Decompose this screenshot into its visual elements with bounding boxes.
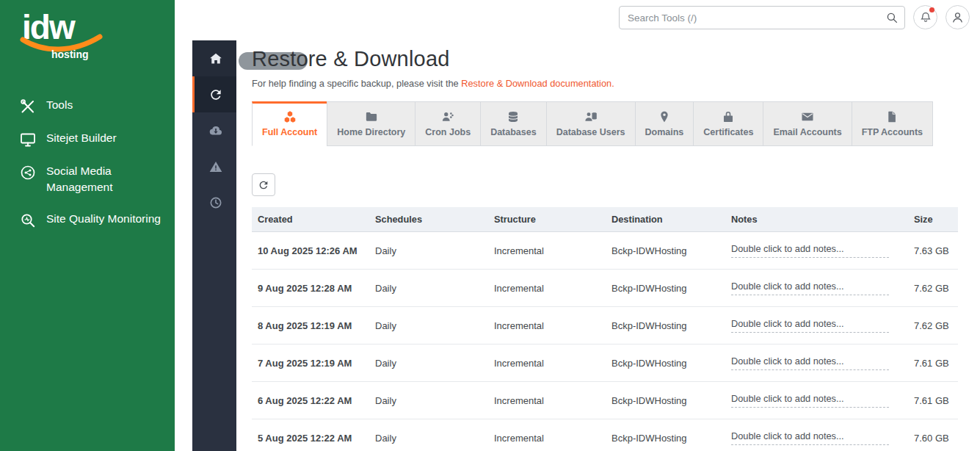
tab-certificates[interactable]: Certificates [693, 101, 763, 146]
schedules-cell: Daily [369, 270, 488, 307]
search-icon[interactable] [885, 11, 899, 24]
sidebar-item-label: Site Quality Monitoring [46, 211, 161, 227]
documentation-link[interactable]: Restore & Download documentation. [461, 78, 614, 89]
structure-cell: Incremental [488, 270, 606, 307]
tab-home-directory[interactable]: Home Directory [327, 101, 415, 146]
notes-cell: Double click to add notes... [725, 344, 908, 382]
notification-dot [929, 7, 934, 12]
sidebar: idw hosting Tools [0, 0, 175, 451]
created-cell: 9 Aug 2025 12:28 AM [252, 270, 369, 307]
notifications-button[interactable] [913, 5, 937, 29]
created-cell: 6 Aug 2025 12:22 AM [252, 382, 369, 419]
topbar [175, 0, 980, 35]
tab-database-users[interactable]: Database Users [546, 101, 636, 146]
envelope-icon [801, 110, 814, 123]
sidebar-nav: Tools Sitejet Builder [0, 79, 175, 237]
sidebar-item-label: Social Media Management [46, 163, 161, 196]
brand-tagline: hosting [51, 48, 89, 60]
notes-cell: Double click to add notes... [725, 307, 908, 344]
help-prefix: For help finding a specific backup, plea… [252, 78, 459, 89]
database-icon [507, 110, 520, 123]
rail-item-backups[interactable] [192, 76, 236, 112]
tab-full-account[interactable]: Full Account [252, 101, 327, 146]
destination-cell: Bckp-IDWHosting [606, 232, 725, 270]
clock-icon [208, 195, 223, 210]
notes-cell: Double click to add notes... [725, 232, 908, 270]
tab-cron-jobs[interactable]: Cron Jobs [415, 101, 481, 146]
tab-ftp-accounts[interactable]: FTP Accounts [852, 101, 933, 146]
tab-label: Domains [645, 127, 684, 137]
notes-placeholder[interactable]: Double click to add notes... [731, 430, 889, 445]
created-cell: 5 Aug 2025 12:22 AM [252, 419, 369, 451]
sidebar-item-sitejet-builder[interactable]: Sitejet Builder [0, 123, 175, 156]
rail-item-alerts[interactable] [192, 148, 236, 184]
tab-label: Certificates [703, 127, 753, 137]
structure-cell: Incremental [488, 344, 606, 382]
notes-placeholder[interactable]: Double click to add notes... [731, 318, 889, 333]
tab-email-accounts[interactable]: Email Accounts [763, 101, 852, 146]
user-gear-icon [441, 110, 454, 123]
sidebar-item-social-media[interactable]: Social Media Management [0, 156, 175, 203]
file-icon [885, 110, 899, 123]
refresh-button[interactable] [252, 173, 275, 196]
rail-item-home[interactable] [192, 40, 236, 76]
destination-cell: Bckp-IDWHosting [606, 270, 725, 307]
database-user-icon [584, 110, 598, 123]
column-header-notes: Notes [725, 207, 908, 232]
search-input[interactable] [619, 6, 905, 29]
user-menu-button[interactable] [945, 5, 970, 29]
notes-cell: Double click to add notes... [725, 382, 908, 419]
folder-icon [365, 110, 378, 123]
notes-cell: Double click to add notes... [725, 419, 908, 451]
table-row: 5 Aug 2025 12:22 AM Daily Incremental Bc… [252, 419, 958, 451]
cloud-download-icon [208, 123, 223, 138]
home-icon [208, 51, 223, 66]
tab-label: Database Users [556, 127, 625, 137]
table-toolbar [252, 173, 958, 196]
column-header-size: Size [908, 207, 958, 232]
backup-type-tabs: Full Account Home Directory Cron Jobs Da… [252, 101, 958, 146]
column-header-created: Created [252, 207, 369, 232]
column-header-destination: Destination [606, 207, 725, 232]
tab-label: Cron Jobs [425, 127, 471, 137]
tab-label: Full Account [262, 127, 317, 137]
rail-item-history[interactable] [192, 184, 236, 220]
notes-placeholder[interactable]: Double click to add notes... [731, 356, 889, 370]
sidebar-item-tools[interactable]: Tools [0, 90, 175, 123]
refresh-icon [258, 179, 269, 191]
notes-placeholder[interactable]: Double click to add notes... [731, 393, 889, 408]
structure-cell: Incremental [488, 307, 606, 344]
schedules-cell: Daily [369, 307, 488, 344]
search-box [619, 6, 905, 29]
notes-placeholder[interactable]: Double click to add notes... [731, 281, 889, 295]
table-row: 8 Aug 2025 12:19 AM Daily Incremental Bc… [252, 307, 958, 344]
brand-logo[interactable]: idw hosting [0, 0, 175, 79]
table-row: 10 Aug 2025 12:26 AM Daily Incremental B… [252, 232, 958, 270]
table-row: 7 Aug 2025 12:19 AM Daily Incremental Bc… [252, 344, 958, 382]
size-cell: 7.61 GB [908, 344, 958, 382]
structure-cell: Incremental [488, 382, 606, 419]
size-cell: 7.62 GB [908, 307, 958, 344]
destination-cell: Bckp-IDWHosting [606, 344, 725, 382]
notes-placeholder[interactable]: Double click to add notes... [731, 243, 889, 258]
bell-icon [919, 11, 932, 24]
icon-rail [192, 40, 236, 451]
structure-cell: Incremental [488, 419, 606, 451]
destination-cell: Bckp-IDWHosting [606, 307, 725, 344]
tab-label: FTP Accounts [862, 127, 923, 137]
table-row: 9 Aug 2025 12:28 AM Daily Incremental Bc… [252, 270, 958, 307]
cubes-icon [283, 110, 297, 123]
tab-label: Email Accounts [773, 127, 841, 137]
rail-item-downloads[interactable] [192, 112, 236, 148]
page-title: Restore & Download [252, 47, 958, 71]
created-cell: 8 Aug 2025 12:19 AM [252, 307, 369, 344]
main-content: Restore & Download For help finding a sp… [236, 35, 980, 451]
backup-table-body: 10 Aug 2025 12:26 AM Daily Incremental B… [252, 232, 958, 451]
structure-cell: Incremental [488, 232, 606, 270]
tab-domains[interactable]: Domains [635, 101, 694, 146]
sidebar-item-site-quality[interactable]: Site Quality Monitoring [0, 203, 175, 237]
page-head: Restore & Download [252, 47, 958, 71]
tab-databases[interactable]: Databases [480, 101, 547, 146]
lock-icon [722, 110, 735, 123]
created-cell: 10 Aug 2025 12:26 AM [252, 232, 369, 270]
